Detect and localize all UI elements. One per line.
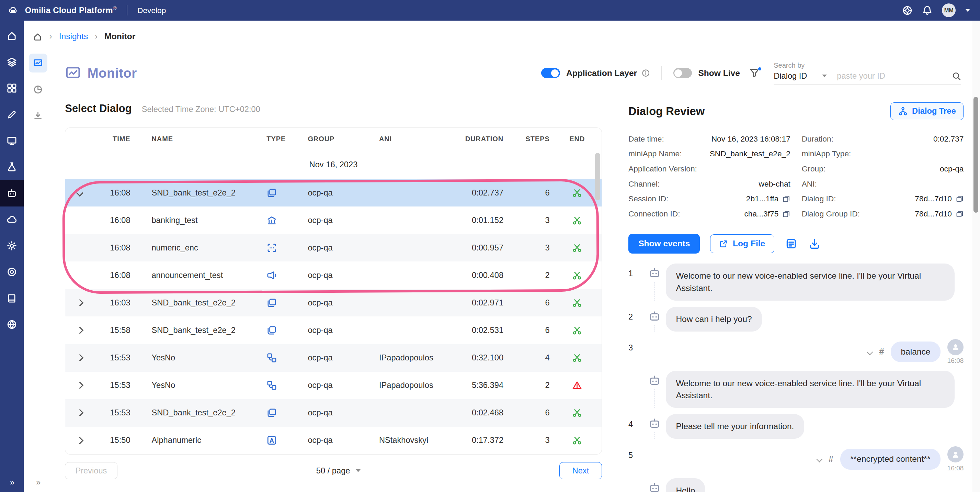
- table-row[interactable]: 15:53 SND_bank_test_e2e_2 ocp-qa 0:02.46…: [65, 399, 601, 427]
- table-row[interactable]: 15:53 YesNo ocp-qa IPapadopoulos 5:36.39…: [65, 372, 601, 399]
- dialog-tree-icon: [898, 107, 908, 116]
- sidebar-item-settings[interactable]: [0, 232, 24, 259]
- download-icon: [33, 111, 43, 121]
- table-row[interactable]: 16:08 announcement_test ocp-qa 0:00.408 …: [65, 261, 601, 289]
- table-row[interactable]: 16:08 SND_bank_test_e2e_2 ocp-qa 0:02.73…: [65, 179, 601, 207]
- chat-step: 3 # balance 16:08: [628, 338, 964, 408]
- collapse-message-icon[interactable]: [816, 456, 822, 462]
- topbar-section-develop[interactable]: Develop: [137, 6, 166, 15]
- sidebar-item-design[interactable]: [0, 101, 24, 127]
- sidebar-item-insights[interactable]: [0, 180, 24, 206]
- sidebar-item-global[interactable]: [0, 311, 24, 338]
- table-row[interactable]: 16:08 numeric_enc ocp-qa 0:00.957 3: [65, 234, 601, 261]
- bot-message-bubble[interactable]: Please tell me your information.: [666, 414, 804, 439]
- sidebar-item-apps[interactable]: [0, 75, 24, 101]
- chevron-right-icon[interactable]: [76, 382, 83, 389]
- avatar-caret-icon[interactable]: [965, 9, 970, 12]
- application-layer-toggle[interactable]: [541, 68, 560, 78]
- bot-avatar-icon: [648, 310, 661, 322]
- bot-message-bubble[interactable]: Hello: [666, 478, 705, 492]
- timezone-label: Selected Time Zone: UTC+02:00: [142, 105, 260, 114]
- table-row[interactable]: 15:50 Alphanumeric ocp-qa NStakhovskyi 0…: [65, 427, 601, 454]
- copy-icon[interactable]: [956, 210, 964, 218]
- duration-value: 0:02.737: [933, 134, 964, 143]
- filter-funnel-button[interactable]: [749, 68, 760, 78]
- bot-message-bubble[interactable]: How can i help you?: [666, 307, 762, 331]
- chevron-right-icon[interactable]: [76, 327, 83, 334]
- page-scrollbar-thumb[interactable]: [974, 97, 978, 213]
- table-row[interactable]: 15:58 SND_bank_test_e2e_2 ocp-qa 0:02.53…: [65, 317, 601, 344]
- sidebar-item-monitor[interactable]: [0, 127, 24, 154]
- bot-avatar-icon: [648, 374, 661, 387]
- log-file-button[interactable]: Log File: [710, 234, 774, 253]
- sidebar-item-deploy[interactable]: [0, 207, 24, 232]
- subrail-item-export[interactable]: [29, 106, 48, 125]
- breadcrumb-home-icon[interactable]: [33, 32, 42, 41]
- expand-subrail-chevrons-icon[interactable]: »: [24, 478, 52, 487]
- table-header-row: TIME NAME TYPE GROUP ANI DURATION STEPS …: [65, 128, 601, 150]
- info-icon[interactable]: [641, 69, 650, 77]
- user-message-bubble[interactable]: **encrypted content**: [840, 449, 940, 470]
- page-scrollbar[interactable]: [972, 21, 980, 492]
- chevron-right-icon[interactable]: [76, 437, 83, 444]
- hash-icon[interactable]: #: [829, 454, 834, 464]
- sidebar-item-services[interactable]: [0, 259, 24, 285]
- hash-icon[interactable]: #: [879, 347, 884, 357]
- page-size-select[interactable]: 50 / page: [316, 466, 361, 476]
- end-success-icon: [572, 215, 582, 225]
- sidebar-item-miniapps[interactable]: [0, 49, 24, 75]
- breadcrumb-link-insights[interactable]: Insights: [59, 32, 88, 41]
- chevron-down-icon[interactable]: [76, 189, 83, 196]
- show-live-toggle[interactable]: [673, 68, 692, 78]
- collapse-message-icon[interactable]: [867, 349, 873, 355]
- subrail-item-reports[interactable]: [29, 80, 48, 99]
- dialog-tree-button[interactable]: Dialog Tree: [890, 102, 964, 120]
- transcript-icon-button[interactable]: [785, 238, 797, 250]
- previous-button[interactable]: Previous: [65, 462, 117, 479]
- chevron-right-icon[interactable]: [76, 299, 83, 306]
- table-row[interactable]: 15:53 YesNo ocp-qa IPapadopoulos 0:32.10…: [65, 344, 601, 372]
- help-ring-icon[interactable]: [902, 5, 913, 16]
- sidebar-item-docs[interactable]: [0, 285, 24, 311]
- subrail-item-monitor[interactable]: [29, 54, 48, 73]
- bot-message-bubble[interactable]: Welcome to our new voice-enabled service…: [666, 264, 955, 301]
- chevron-right-icon[interactable]: [76, 354, 83, 361]
- group-value: ocp-qa: [940, 164, 964, 174]
- download-icon: [809, 238, 821, 250]
- notifications-bell-icon[interactable]: [922, 5, 932, 16]
- app-window: Omilia Cloud Platform® Develop MM »: [0, 0, 980, 492]
- chat-step: 2 How can i help you?: [628, 307, 964, 331]
- show-events-button[interactable]: Show events: [628, 234, 700, 253]
- download-events-icon-button[interactable]: [809, 238, 821, 250]
- search-icon[interactable]: [952, 72, 961, 81]
- flow-type-icon: [266, 352, 277, 363]
- copy-icon[interactable]: [782, 195, 791, 203]
- user-avatar: [947, 339, 964, 355]
- toggle-knob: [675, 69, 682, 77]
- copy-icon[interactable]: [956, 195, 964, 203]
- chevron-right-icon[interactable]: [76, 409, 83, 416]
- next-button[interactable]: Next: [559, 462, 601, 479]
- step-number: 3: [628, 338, 643, 408]
- sidebar-item-testing[interactable]: [0, 154, 24, 180]
- expand-rail-chevrons-icon[interactable]: »: [0, 478, 24, 487]
- select-caret-icon: [822, 75, 827, 77]
- bot-message-bubble[interactable]: Welcome to our new voice-enabled service…: [666, 371, 955, 408]
- user-message-bubble[interactable]: balance: [891, 342, 940, 363]
- monitor-title-icon: [65, 65, 81, 81]
- search-input[interactable]: [837, 72, 952, 81]
- sidebar-item-home[interactable]: [0, 23, 24, 49]
- chat-step: 5 # **encrypted content**: [628, 445, 964, 492]
- table-scrollbar-thumb[interactable]: [595, 153, 600, 200]
- copy-icon[interactable]: [782, 210, 791, 218]
- dialog-type-icon: [266, 298, 277, 308]
- table-row[interactable]: 16:03 SND_bank_test_e2e_2 ocp-qa 0:02.97…: [65, 289, 601, 317]
- grid-icon: [6, 83, 17, 94]
- col-steps: STEPS: [506, 135, 553, 143]
- step-number: 2: [628, 307, 643, 331]
- avatar[interactable]: MM: [942, 3, 956, 17]
- search-by-select[interactable]: Dialog ID: [774, 72, 827, 81]
- date-time-value: Nov 16, 2023 16:08:17: [711, 134, 791, 143]
- breadcrumb: › Insights › Monitor: [24, 21, 980, 53]
- table-row[interactable]: 16:08 banking_test ocp-qa 0:01.152 3: [65, 207, 601, 234]
